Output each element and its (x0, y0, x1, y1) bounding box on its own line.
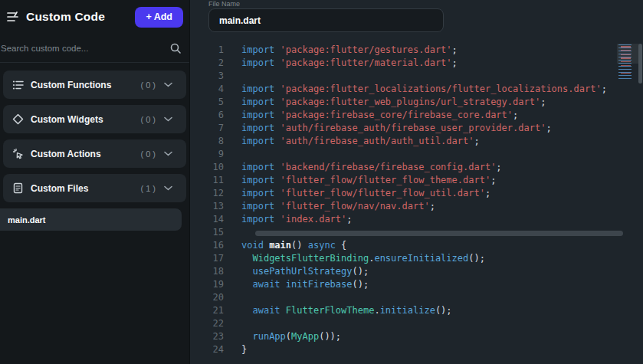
chevron-down-icon[interactable] (164, 82, 172, 87)
code-token: initFirebase (286, 278, 353, 291)
minimap[interactable] (618, 44, 638, 80)
code-line[interactable]: 4import 'package:flutter_localizations/f… (191, 83, 643, 96)
line-number: 24 (191, 343, 241, 356)
code-line[interactable]: 20 (191, 291, 643, 304)
file-item-label: main.dart (8, 215, 46, 225)
code-token: 'package:flutter/material.dart' (280, 57, 452, 70)
code-line[interactable]: 24} (191, 343, 643, 356)
code-line[interactable]: 13import 'flutter_flow/nav/nav.dart'; (191, 200, 643, 213)
code-line[interactable]: 6import 'package:firebase_core/firebase_… (191, 109, 643, 122)
code-line[interactable]: 8import 'auth/firebase_auth/auth_util.da… (191, 135, 643, 148)
files-icon (11, 182, 25, 195)
code-line[interactable]: 19 await initFirebase(); (191, 278, 643, 291)
code-token: . (369, 252, 374, 265)
search-icon[interactable] (169, 42, 182, 54)
line-number: 21 (191, 304, 241, 317)
horizontal-scrollbar[interactable] (255, 231, 623, 236)
code-token: (); (468, 252, 485, 265)
line-number: 14 (191, 213, 241, 226)
line-number: 8 (191, 135, 241, 148)
code-token: WidgetsFlutterBinding (252, 252, 369, 265)
code-line[interactable]: 11import 'flutter_flow/flutter_flow_them… (191, 174, 643, 187)
code-line[interactable]: 23 runApp(MyApp()); (191, 330, 643, 343)
sidebar-sections: Custom Functions ( 0 ) Custom Widgets ( … (0, 63, 189, 202)
line-number: 15 (191, 226, 241, 239)
code-token: ; (430, 200, 435, 213)
code-line[interactable]: 5import 'package:flutter_web_plugins/url… (191, 96, 643, 109)
code-line[interactable]: 17 WidgetsFlutterBinding.ensureInitializ… (191, 252, 643, 265)
code-token (274, 200, 280, 213)
file-item-main-dart[interactable]: main.dart (0, 208, 182, 231)
code-token: import (241, 109, 274, 122)
code-token (274, 135, 280, 148)
search-bar (0, 34, 189, 63)
code-line[interactable]: 12import 'flutter_flow/flutter_flow_util… (191, 187, 643, 200)
sidebar-item-custom-files[interactable]: Custom Files ( 1 ) (3, 174, 186, 202)
code-token: 'package:flutter_web_plugins/url_strateg… (280, 96, 541, 109)
code-token (274, 213, 280, 226)
code-line[interactable]: 14import 'index.dart'; (191, 213, 643, 226)
code-token: ; (490, 174, 496, 187)
code-token (274, 122, 280, 135)
sidebar-item-custom-actions[interactable]: Custom Actions ( 0 ) (3, 139, 186, 168)
code-token: import (241, 57, 274, 70)
chevron-down-icon[interactable] (164, 185, 172, 191)
line-number: 2 (191, 57, 241, 70)
add-button[interactable]: + Add (135, 7, 183, 28)
sidebar-item-custom-functions[interactable]: Custom Functions ( 0 ) (3, 71, 186, 99)
page-title: Custom Code (26, 10, 105, 24)
chevron-down-icon[interactable] (164, 116, 172, 122)
line-number: 9 (191, 148, 241, 161)
code-line[interactable]: 2import 'package:flutter/material.dart'; (191, 57, 643, 70)
line-number: 22 (191, 317, 241, 330)
code-token: ; (452, 57, 458, 70)
code-token: 'flutter_flow/flutter_flow_theme.dart' (280, 174, 491, 187)
code-token: ; (513, 109, 518, 122)
file-name-input[interactable] (208, 8, 444, 32)
sidebar-item-custom-widgets[interactable]: Custom Widgets ( 0 ) (3, 105, 186, 133)
line-number: 1 (191, 44, 241, 57)
code-line[interactable]: 10import 'backend/firebase/firebase_conf… (191, 161, 643, 174)
sidebar: Custom Code + Add (0, 0, 190, 364)
line-number: 13 (191, 200, 241, 213)
section-count: ( 0 ) (140, 115, 156, 124)
code-token: import (241, 96, 274, 109)
code-token: 'auth/firebase_auth/auth_util.dart' (280, 135, 474, 148)
code-token (274, 174, 280, 187)
code-token: 'auth/firebase_auth/firebase_user_provid… (280, 122, 546, 135)
code-line[interactable]: 18 usePathUrlStrategy(); (191, 265, 643, 278)
search-input[interactable] (1, 44, 169, 53)
code-token (280, 304, 286, 317)
code-token: ; (452, 44, 458, 57)
section-label: Custom Functions (31, 80, 111, 90)
code-line[interactable]: 22 (191, 317, 643, 330)
code-token: import (241, 83, 274, 96)
chevron-down-icon[interactable] (164, 151, 172, 156)
vertical-scrollbar[interactable] (638, 44, 642, 84)
code-token: runApp (252, 330, 285, 343)
line-number: 18 (191, 265, 241, 278)
code-token: import (241, 213, 274, 226)
line-number: 4 (191, 83, 241, 96)
line-number: 7 (191, 122, 241, 135)
code-token: } (241, 343, 247, 356)
line-number: 17 (191, 252, 241, 265)
code-line[interactable]: 16void main() async { (191, 239, 643, 252)
code-line[interactable]: 1import 'package:flutter/gestures.dart'; (191, 44, 643, 57)
line-number: 20 (191, 291, 241, 304)
code-line[interactable]: 7import 'auth/firebase_auth/firebase_use… (191, 122, 643, 135)
custom-code-page: Custom Code + Add (0, 0, 643, 364)
code-editor[interactable]: 1import 'package:flutter/gestures.dart';… (191, 44, 643, 364)
code-line[interactable]: 3 (191, 70, 643, 83)
code-line[interactable]: 21 await FlutterFlowTheme.initialize(); (191, 304, 643, 317)
code-line[interactable]: 9 (191, 148, 643, 161)
code-token: 'backend/firebase/firebase_config.dart' (280, 161, 497, 174)
code-token (264, 239, 269, 252)
line-number: 12 (191, 187, 241, 200)
code-token (274, 96, 280, 109)
code-token: import (241, 161, 274, 174)
code-token: MyApp (291, 330, 319, 343)
code-token: 'package:firebase_core/firebase_core.dar… (280, 109, 513, 122)
code-token: (); (435, 304, 452, 317)
section-count: ( 0 ) (140, 149, 156, 159)
